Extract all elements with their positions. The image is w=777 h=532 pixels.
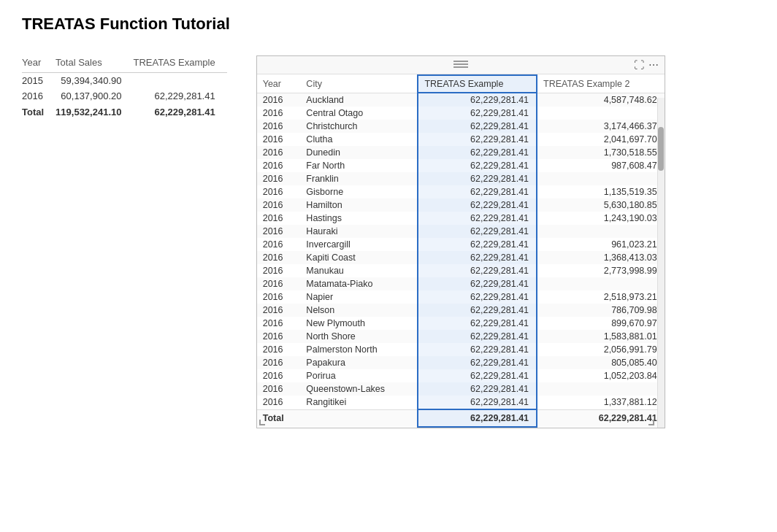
table-row: 2016Hauraki62,229,281.41	[257, 225, 665, 238]
right-city-cell: Gisborne	[300, 185, 418, 198]
right-city-cell: North Shore	[300, 330, 418, 343]
left-treatas-cell	[133, 73, 226, 89]
right-city-cell: Auckland	[300, 93, 418, 107]
right-city-cell: Far North	[300, 159, 418, 172]
right-treatas-cell: 62,229,281.41	[418, 382, 537, 396]
right-treatas-cell: 62,229,281.41	[418, 146, 537, 159]
left-table: Year Total Sales TREATAS Example 201559,…	[22, 55, 227, 120]
more-icon[interactable]: ⋯	[648, 59, 659, 71]
right-city-cell: Manukau	[300, 264, 418, 277]
right-city-cell: Dunedin	[300, 146, 418, 159]
right-treatas2-cell: 1,583,881.01	[537, 330, 665, 343]
left-treatas-cell: 62,229,281.41	[133, 88, 226, 104]
right-treatas-cell: 62,229,281.41	[418, 159, 537, 172]
right-city-cell: Hastings	[300, 212, 418, 225]
table-row: 2016Porirua62,229,281.411,052,203.84	[257, 369, 665, 382]
table-row: 2016Auckland62,229,281.414,587,748.62	[257, 93, 665, 107]
table-row: 2016Matamata-Piako62,229,281.41	[257, 277, 665, 290]
right-treatas2-cell: 961,023.21	[537, 238, 665, 251]
right-treatas2-cell: 2,041,697.70	[537, 133, 665, 146]
right-treatas2-cell: 1,135,519.35	[537, 185, 665, 198]
right-panel: ⛶ ⋯ Year City TREATAS Example TREATAS Ex…	[256, 55, 665, 428]
right-treatas-cell: 62,229,281.41	[418, 290, 537, 304]
right-treatas-cell: 62,229,281.41	[418, 107, 537, 120]
table-row: 2016Dunedin62,229,281.411,730,518.55	[257, 146, 665, 159]
right-year-cell: 2016	[257, 343, 301, 356]
right-year-cell: 2016	[257, 238, 301, 251]
left-col-year: Year	[22, 55, 56, 73]
left-sales-cell: 60,137,900.20	[56, 88, 133, 104]
right-col-year: Year	[257, 75, 301, 93]
right-year-cell: 2016	[257, 146, 301, 159]
right-treatas-cell: 62,229,281.41	[418, 185, 537, 198]
right-treatas2-cell: 1,730,518.55	[537, 146, 665, 159]
left-sales-cell: 59,394,340.90	[56, 73, 133, 89]
right-year-cell: 2016	[257, 172, 301, 185]
right-total-row: Total 62,229,281.41 62,229,281.41	[257, 409, 665, 427]
left-year-cell: Total	[22, 104, 56, 120]
right-treatas-cell: 62,229,281.41	[418, 172, 537, 185]
corner-bl	[259, 420, 265, 425]
right-treatas2-cell: 1,368,413.03	[537, 251, 665, 264]
left-col-treatas: TREATAS Example	[133, 55, 226, 73]
right-city-cell: Napier	[300, 290, 418, 304]
right-year-cell: 2016	[257, 290, 301, 304]
scroll-track[interactable]	[657, 98, 665, 428]
right-year-cell: 2016	[257, 120, 301, 133]
left-year-cell: 2015	[22, 73, 56, 89]
right-treatas2-cell	[537, 277, 665, 290]
left-col-total-sales: Total Sales	[56, 55, 133, 73]
right-year-cell: 2016	[257, 356, 301, 369]
table-row: 2016Nelson62,229,281.41786,709.98	[257, 304, 665, 317]
table-row: 2016Kapiti Coast62,229,281.411,368,413.0…	[257, 251, 665, 264]
right-year-cell: 2016	[257, 277, 301, 290]
right-city-cell: Clutha	[300, 133, 418, 146]
right-city-cell: Invercargill	[300, 238, 418, 251]
right-treatas2-cell: 2,518,973.21	[537, 290, 665, 304]
right-year-cell: 2016	[257, 330, 301, 343]
table-row: 2016Hamilton62,229,281.415,630,180.85	[257, 198, 665, 212]
panel-header: ⛶ ⋯	[257, 56, 665, 74]
right-col-treatas2: TREATAS Example 2	[537, 75, 665, 93]
left-treatas-cell: 62,229,281.41	[133, 104, 226, 120]
right-treatas-cell: 62,229,281.41	[418, 120, 537, 133]
right-year-cell: 2016	[257, 133, 301, 146]
right-year-cell: 2016	[257, 304, 301, 317]
right-treatas-cell: 62,229,281.41	[418, 304, 537, 317]
right-city-cell: Central Otago	[300, 107, 418, 120]
right-city-cell: Queenstown-Lakes	[300, 382, 418, 396]
table-row: 2016Napier62,229,281.412,518,973.21	[257, 290, 665, 304]
right-col-city: City	[300, 75, 418, 93]
expand-icon[interactable]: ⛶	[634, 59, 644, 71]
table-row: 2016New Plymouth62,229,281.41899,670.97	[257, 317, 665, 330]
right-treatas2-cell: 1,337,881.12	[537, 396, 665, 409]
left-sales-cell: 119,532,241.10	[56, 104, 133, 120]
right-year-cell: 2016	[257, 107, 301, 120]
total-treatas2: 62,229,281.41	[537, 409, 665, 427]
right-treatas2-cell	[537, 382, 665, 396]
right-city-cell: Matamata-Piako	[300, 277, 418, 290]
right-treatas2-cell: 4,587,748.62	[537, 93, 665, 107]
right-city-cell: Hauraki	[300, 225, 418, 238]
right-treatas-cell: 62,229,281.41	[418, 396, 537, 409]
right-year-cell: 2016	[257, 212, 301, 225]
table-row: 2016Gisborne62,229,281.411,135,519.35	[257, 185, 665, 198]
right-treatas-cell: 62,229,281.41	[418, 93, 537, 107]
table-row: 2016Franklin62,229,281.41	[257, 172, 665, 185]
total-treatas: 62,229,281.41	[418, 409, 537, 427]
right-city-cell: Kapiti Coast	[300, 251, 418, 264]
right-year-cell: 2016	[257, 93, 301, 107]
right-treatas-cell: 62,229,281.41	[418, 356, 537, 369]
table-row: 2016North Shore62,229,281.411,583,881.01	[257, 330, 665, 343]
right-treatas-cell: 62,229,281.41	[418, 317, 537, 330]
drag-handle	[453, 61, 468, 68]
table-row: 2016Rangitikei62,229,281.411,337,881.12	[257, 396, 665, 409]
table-row: 2016Invercargill62,229,281.41961,023.21	[257, 238, 665, 251]
right-treatas-cell: 62,229,281.41	[418, 198, 537, 212]
right-year-cell: 2016	[257, 317, 301, 330]
table-row: 2016Christchurch62,229,281.413,174,466.3…	[257, 120, 665, 133]
right-treatas2-cell: 2,773,998.99	[537, 264, 665, 277]
scroll-thumb	[658, 127, 664, 171]
right-year-cell: 2016	[257, 396, 301, 409]
right-city-cell: Porirua	[300, 369, 418, 382]
